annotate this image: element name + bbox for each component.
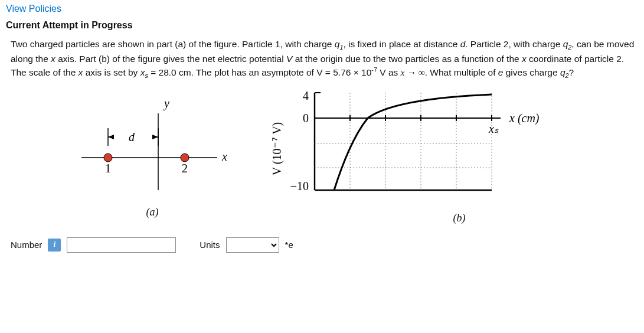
figure-b-caption: (b) xyxy=(353,210,565,226)
d-label: d xyxy=(129,130,135,143)
x-axis-label: x xyxy=(221,150,227,163)
Vunit: V as xyxy=(377,67,401,77)
t3b: gives charge xyxy=(503,67,560,77)
x-axis-label-b: x (cm) xyxy=(509,112,540,125)
qmark: ? xyxy=(569,67,574,77)
svg-marker-7 xyxy=(152,135,158,139)
units-select[interactable] xyxy=(226,237,279,253)
figure-a-svg: y x d 1 2 xyxy=(70,87,235,199)
y-tick-0: 0 xyxy=(303,112,309,125)
x-var2: x xyxy=(522,54,527,64)
t3a: . What multiple of xyxy=(425,67,498,77)
problem-text: Two charged particles are shown in part … xyxy=(11,38,638,81)
svg-point-9 xyxy=(181,154,189,162)
figure-b-svg: V (10⁻⁷ V) 4 0 −10 xyxy=(270,87,565,205)
y-tick-4: 4 xyxy=(303,89,309,102)
number-input[interactable] xyxy=(67,237,176,253)
t1b: , is fixed in place at distance xyxy=(343,39,460,49)
attempt-heading: Current Attempt in Progress xyxy=(6,20,638,31)
info-button[interactable]: i xyxy=(48,239,61,252)
limit: x → ∞ xyxy=(401,67,425,77)
Vexp: -7 xyxy=(371,66,377,73)
svg-marker-5 xyxy=(108,135,114,139)
units-suffix: *e xyxy=(285,239,293,252)
y-axis-label: y xyxy=(163,97,169,110)
t2c: at the origin due to the two particles a… xyxy=(292,54,522,64)
x-var1: x xyxy=(51,54,55,64)
question-block: Two charged particles are shown in part … xyxy=(6,38,638,253)
q2b-var: q xyxy=(560,67,565,77)
xs-tick: xₛ xyxy=(488,122,499,135)
Vval: V = 5.76 × 10 xyxy=(316,67,371,77)
y-axis-label-b: V (10⁻⁷ V) xyxy=(270,122,284,175)
view-policies-link[interactable]: View Policies xyxy=(6,4,638,14)
units-label: Units xyxy=(200,239,220,252)
q2-var: q xyxy=(563,39,568,49)
t2b: axis. Part (b) of the figure gives the n… xyxy=(55,54,286,64)
V-var: V xyxy=(286,54,292,64)
d-var: d xyxy=(460,39,466,49)
particle-2-label: 2 xyxy=(182,162,188,175)
y-tick-m10: −10 xyxy=(290,179,309,192)
figure-b: V (10⁻⁷ V) 4 0 −10 xyxy=(270,87,565,226)
t1: Two charged particles are shown in part … xyxy=(11,39,335,49)
particle-1-label: 1 xyxy=(105,162,111,175)
xs-val: = 28.0 cm. The plot has an asymptote of xyxy=(148,67,316,77)
figure-a: y x d 1 2 (a) xyxy=(70,87,235,220)
figure-a-caption: (a) xyxy=(70,204,235,220)
number-label: Number xyxy=(11,239,42,252)
svg-point-8 xyxy=(104,154,112,162)
t2e: axis is set by xyxy=(83,67,140,77)
answer-row: Number i Units *e xyxy=(11,237,638,253)
t1c: . Particle 2, with charge xyxy=(465,39,563,49)
